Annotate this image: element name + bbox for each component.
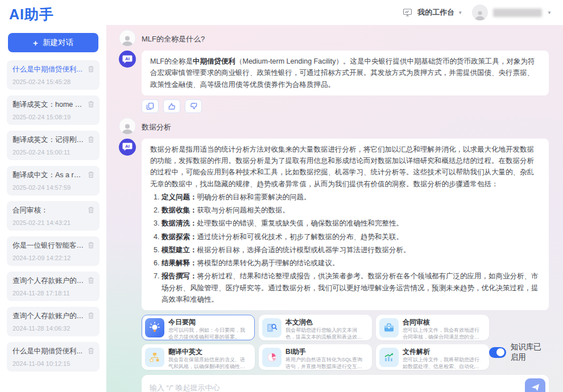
analysis-intro: 数据分析是指用适当的统计分析方法对收集来的大量数据进行分析，将它们加以汇总和理解…: [150, 144, 540, 190]
briefcase-icon: [379, 318, 399, 337]
delete-conversation-icon[interactable]: [88, 206, 94, 214]
chevron-down-icon: ▼: [458, 10, 462, 15]
step-desc: 明确分析的目标和需要解决的问题。: [197, 193, 311, 201]
conversation-title: 什么是中期借贷便利...: [13, 65, 94, 74]
conversation-title: 翻译成英文：记得刚开始...: [13, 135, 94, 145]
user-message-text: 数据分析: [142, 118, 171, 135]
send-button[interactable]: [525, 378, 545, 392]
step-term: 定义问题：: [162, 193, 197, 201]
ai-avatar: AI: [119, 51, 136, 68]
knowledge-base-label: 知识库已启用: [511, 342, 549, 362]
conversation-item[interactable]: 查询个人存款账户的最新... 2024-11-28 14:06:32: [7, 307, 100, 336]
knowledge-base-toggle-group: 知识库已启用: [489, 342, 549, 362]
user-message-row: 数据分析: [119, 118, 549, 135]
chevron-down-icon[interactable]: ▼: [547, 10, 552, 15]
conversation-item[interactable]: 查询个人存款账户的最新... 2024-11-28 17:18:11: [7, 272, 100, 301]
ai-message-row: AI MLF的全称是中期借贷便利（Medium-term Lending Fac…: [119, 51, 549, 95]
card-title: BI助手: [285, 348, 367, 356]
conversation-title: 翻译成英文：home home: [13, 100, 94, 110]
card-text-polish[interactable]: 本文润色 我会帮助您进行您输入的文本润色，提高文本的流畅度和表达效果。: [259, 315, 372, 340]
card-description: 我会旨在保留原始信息的含义、语气和风格，以确保翻译的准确性和自然流畅。: [168, 356, 250, 370]
card-title: 合同审核: [403, 318, 484, 327]
user-message-text: MLF的全称是什么?: [142, 30, 205, 47]
user-message-row: MLF的全称是什么?: [119, 30, 549, 47]
conversation-title: 你是一位银行智能客服，...: [13, 241, 94, 251]
conversation-title: 什么是中期借贷便利...: [13, 347, 94, 356]
conversation-item[interactable]: 翻译成英文：home home 2025-02-24 15:08:19: [7, 95, 100, 125]
workspace-label: 我的工作台: [417, 7, 454, 18]
user-message-avatar: [119, 118, 136, 135]
card-title: 本文润色: [285, 318, 367, 327]
toggle-knob: [496, 348, 504, 356]
conversation-title: 翻译成中文：As a reader...: [13, 170, 94, 180]
analysis-step: 结果解释：将模型的结果转化为易于理解的结论或建议。: [162, 257, 540, 269]
delete-conversation-icon[interactable]: [88, 136, 94, 143]
conversation-title: 查询个人存款账户的最新...: [13, 276, 94, 286]
delete-conversation-icon[interactable]: [88, 65, 94, 73]
conversation-timestamp: 2025-02-24 15:08:19: [13, 114, 94, 120]
conversation-title: 查询个人存款账户的最新...: [13, 311, 94, 321]
feature-cards-zone: 今日要闻 您可以问我，例如：今日要闻，我会尽力提供准确和可靠的答案。 本文润色 …: [142, 315, 549, 370]
ai-message-card: MLF的全称是中期借贷便利（Medium-term Lending Facili…: [142, 51, 549, 95]
answer-prefix: MLF的全称是: [150, 57, 193, 65]
chart-up-icon: [379, 348, 399, 367]
conversation-timestamp: 2024-11-28 14:06:32: [13, 325, 94, 332]
delete-conversation-icon[interactable]: [88, 312, 94, 319]
card-daily-news[interactable]: 今日要闻 您可以问我，例如：今日要闻，我会尽力提供准确和可靠的答案。: [142, 315, 255, 340]
message-actions: [142, 99, 549, 113]
conversation-timestamp: 2025-02-24 15:00:11: [13, 149, 94, 156]
conversation-item[interactable]: 翻译成英文：记得刚开始... 2025-02-24 15:00:11: [7, 131, 100, 160]
copy-button[interactable]: [142, 99, 159, 113]
conversation-timestamp: 2025-02-24 14:57:59: [13, 184, 94, 191]
delete-conversation-icon[interactable]: [88, 277, 94, 284]
answer-bold-term: 中期借贷便利: [193, 57, 235, 65]
chat-area: MLF的全称是什么? AI MLF的全称是中期借贷便利（Medium-term …: [106, 25, 563, 392]
composer-bar: [142, 375, 549, 392]
sidebar: AI助手 + 新建对话 什么是中期借贷便利... 2025-02-24 15:4…: [0, 0, 106, 392]
conversation-item[interactable]: 翻译成中文：As a reader... 2025-02-24 14:57:59: [7, 166, 100, 195]
polish-icon: [262, 318, 282, 337]
analysis-step: 数据探索：通过统计分析和可视化技术，初步了解数据的分布、趋势和关联。: [162, 231, 540, 243]
conversation-item[interactable]: 你是一位银行智能客服，... 2024-12-09 14:22:12: [7, 236, 100, 266]
message-input[interactable]: [150, 383, 525, 392]
analysis-step: 数据清洗：处理数据中的错误、重复或缺失值，确保数据的准确性和完整性。: [162, 218, 540, 229]
card-file-parse[interactable]: 文件解析 您可以上传文件，我将帮助您进行如数据处理、信息检索、自动化办公等。: [376, 344, 489, 370]
conversation-item[interactable]: 合同审核： 2025-02-21 14:43:21: [7, 201, 100, 231]
conversation-timestamp: 2024-11-04 10:12:15: [13, 360, 94, 367]
knowledge-base-toggle[interactable]: [489, 347, 506, 358]
ai-message-row: AI 数据分析是指用适当的统计分析方法对收集来的大量数据进行分析，将它们加以汇总…: [119, 139, 549, 310]
workspace-monitor-icon: [403, 8, 412, 17]
analysis-step: 数据收集：获取与分析问题相关的数据。: [162, 205, 540, 216]
step-term: 模型建立：: [162, 246, 197, 254]
thumbs-down-button[interactable]: [185, 99, 202, 113]
card-contract-review[interactable]: 合同审核 您可以上传文件，我会有效地进行合同审核，确保合同满足您的业务需求。: [376, 315, 489, 340]
delete-conversation-icon[interactable]: [88, 171, 94, 178]
card-description: 您可以问我，例如：今日要闻，我会尽力提供准确和可靠的答案。: [168, 327, 250, 340]
ai-avatar: AI: [119, 139, 136, 156]
translate-icon: [145, 348, 164, 367]
card-title: 文件解析: [403, 348, 484, 356]
new-chat-button[interactable]: + 新建对话: [8, 33, 98, 52]
delete-conversation-icon[interactable]: [88, 241, 94, 249]
conversation-item[interactable]: 什么是中期借贷便利... 2025-02-24 15:45:28: [7, 60, 100, 90]
card-description: 我会帮助您进行您输入的文本润色，提高文本的流畅度和表达效果。: [285, 327, 367, 340]
plus-icon: +: [33, 38, 38, 48]
user-avatar[interactable]: [472, 5, 488, 20]
step-desc: 根据分析目标，选择合适的统计模型或机器学习算法进行数据分析。: [197, 246, 411, 254]
step-desc: 通过统计分析和可视化技术，初步了解数据的分布、趋势和关联。: [197, 233, 404, 241]
username-redacted: [493, 9, 542, 17]
card-description: 您可以上传文件，我将帮助您进行如数据处理、信息检索、自动化办公等。: [403, 356, 484, 370]
analysis-step: 报告撰写：将分析过程、结果和结论整理成报告，供决策者参考。数据分析在各个领域都有…: [162, 270, 540, 305]
delete-conversation-icon[interactable]: [88, 101, 94, 108]
thumbs-up-button[interactable]: [163, 99, 180, 113]
analysis-step: 定义问题：明确分析的目标和需要解决的问题。: [162, 191, 540, 203]
workspace-menu[interactable]: 我的工作台 ▼: [417, 7, 462, 18]
new-chat-label: 新建对话: [43, 37, 73, 48]
delete-conversation-icon[interactable]: [88, 347, 94, 355]
card-translate[interactable]: 翻译中英文 我会旨在保留原始信息的含义、语气和风格，以确保翻译的准确性和自然流畅…: [142, 344, 255, 370]
card-bi-assistant[interactable]: BI助手 将用户的自然语言转化为SQL查询语句，并直接与数据库进行交互，返回智能…: [259, 344, 372, 370]
step-term: 结果解释：: [162, 259, 197, 267]
conversation-timestamp: 2025-02-24 15:45:28: [13, 78, 94, 85]
step-term: 数据探索：: [162, 233, 197, 241]
conversation-item[interactable]: 什么是中期借贷便利... 2024-11-04 10:12:15: [7, 342, 100, 372]
